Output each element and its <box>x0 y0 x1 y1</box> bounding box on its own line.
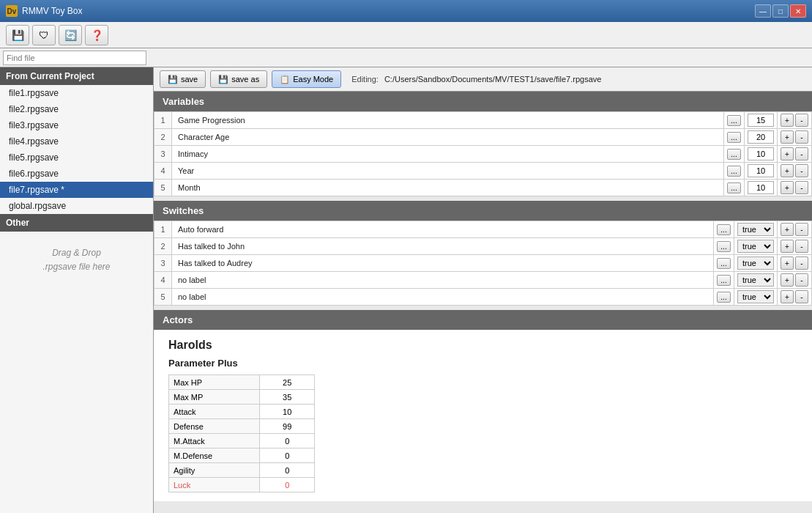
dots-button[interactable]: ... <box>727 132 740 143</box>
value-input[interactable] <box>748 181 774 194</box>
increment-button[interactable]: + <box>781 114 794 127</box>
table-row: Luck 0 <box>169 478 315 492</box>
sidebar-item-file4[interactable]: file4.rpgsave <box>0 133 153 150</box>
increment-button[interactable]: + <box>781 223 794 236</box>
row-dots-cell: ... <box>724 146 745 163</box>
param-label: Max HP <box>169 375 260 390</box>
param-label: Attack <box>169 405 260 419</box>
switches-section-header: Switches <box>154 201 812 221</box>
dots-button[interactable]: ... <box>727 115 740 126</box>
increment-button[interactable]: + <box>781 147 794 160</box>
decrement-button[interactable]: - <box>795 273 808 287</box>
switch-select[interactable]: truefalse <box>737 240 774 253</box>
switch-select[interactable]: truefalse <box>737 273 774 287</box>
sidebar-item-file1[interactable]: file1.rpgsave <box>0 85 153 101</box>
dots-button[interactable]: ... <box>717 275 730 286</box>
sidebar-item-file5[interactable]: file5.rpgsave <box>0 150 153 166</box>
dots-button[interactable]: ... <box>717 258 730 269</box>
close-button[interactable]: ✕ <box>790 4 806 18</box>
row-number: 2 <box>154 238 172 255</box>
shield-toolbar-button[interactable]: 🛡 <box>32 25 56 45</box>
decrement-button[interactable]: - <box>795 223 808 236</box>
row-label: Intimacy <box>172 146 724 163</box>
param-value: 25 <box>260 375 315 390</box>
increment-button[interactable]: + <box>781 240 794 253</box>
decrement-button[interactable]: - <box>795 256 808 270</box>
row-number: 2 <box>154 129 172 146</box>
value-input[interactable] <box>748 164 774 177</box>
minimize-button[interactable]: — <box>755 4 771 18</box>
row-number: 5 <box>154 289 172 306</box>
row-dots-cell: ... <box>714 272 734 289</box>
save-as-icon: 💾 <box>218 75 228 84</box>
row-controls-cell: + - <box>778 289 812 306</box>
titlebar: Dv RMMV Toy Box — □ ✕ <box>0 0 812 22</box>
refresh-toolbar-button[interactable]: 🔄 <box>59 25 82 45</box>
row-dots-cell: ... <box>714 255 734 272</box>
sidebar-item-file6[interactable]: file6.rpgsave <box>0 166 153 182</box>
row-controls-cell: + - <box>778 255 812 272</box>
dots-button[interactable]: ... <box>717 241 730 252</box>
save-as-button[interactable]: 💾 save as <box>210 70 267 88</box>
dots-button[interactable]: ... <box>717 292 730 303</box>
increment-button[interactable]: + <box>781 164 794 177</box>
switch-select[interactable]: truefalse <box>737 256 774 270</box>
table-row: Max HP 25 <box>169 375 315 390</box>
sidebar-item-global[interactable]: global.rpgsave <box>0 198 153 214</box>
decrement-button[interactable]: - <box>795 147 808 160</box>
save-toolbar-button[interactable]: 💾 <box>6 25 29 45</box>
sidebar-item-file7[interactable]: file7.rpgsave * <box>0 182 153 198</box>
value-input[interactable] <box>748 114 774 127</box>
sidebar-item-file2[interactable]: file2.rpgsave <box>0 101 153 117</box>
save-as-label: save as <box>231 75 259 84</box>
row-value-cell <box>745 163 778 180</box>
dots-button[interactable]: ... <box>727 166 740 177</box>
sidebar-item-file3[interactable]: file3.rpgsave <box>0 117 153 133</box>
row-dots-cell: ... <box>724 112 745 129</box>
dots-button[interactable]: ... <box>727 182 740 193</box>
param-value: 99 <box>260 419 315 434</box>
row-value-cell: truefalse <box>734 238 778 255</box>
decrement-button[interactable]: - <box>795 240 808 253</box>
easy-mode-label: Easy Mode <box>293 75 333 84</box>
table-row: Agility 0 <box>169 463 315 478</box>
value-input[interactable] <box>748 147 774 160</box>
switch-select[interactable]: truefalse <box>737 223 774 236</box>
dots-button[interactable]: ... <box>717 224 730 235</box>
increment-button[interactable]: + <box>781 130 794 144</box>
search-input[interactable] <box>3 51 146 65</box>
table-row: 2 Has talked to John ... truefalse + - <box>154 238 812 255</box>
value-input[interactable] <box>748 130 774 144</box>
row-controls-cell: + - <box>778 163 812 180</box>
param-value: 0 <box>260 449 315 463</box>
row-controls-cell: + - <box>778 146 812 163</box>
param-value: 0 <box>260 463 315 478</box>
row-number: 3 <box>154 146 172 163</box>
decrement-button[interactable]: - <box>795 181 808 194</box>
row-label: no label <box>172 289 714 306</box>
row-value-cell <box>745 129 778 146</box>
help-toolbar-button[interactable]: ❓ <box>85 25 108 45</box>
row-controls-cell: + - <box>778 221 812 238</box>
param-section-title: Parameter Plus <box>168 358 797 369</box>
increment-button[interactable]: + <box>781 256 794 270</box>
param-label: M.Defense <box>169 449 260 463</box>
easy-mode-button[interactable]: 📋 Easy Mode <box>272 70 341 88</box>
increment-button[interactable]: + <box>781 290 794 303</box>
save-button[interactable]: 💾 save <box>160 70 206 88</box>
table-row: 4 Year ... + - <box>154 163 812 180</box>
row-label: Game Progression <box>172 112 724 129</box>
drag-drop-area[interactable]: Drag & Drop.rpgsave file here <box>0 232 153 289</box>
decrement-button[interactable]: - <box>795 164 808 177</box>
increment-button[interactable]: + <box>781 273 794 287</box>
table-row: 4 no label ... truefalse + - <box>154 272 812 289</box>
switch-select[interactable]: truefalse <box>737 290 774 303</box>
param-value: 10 <box>260 405 315 419</box>
dots-button[interactable]: ... <box>727 149 740 160</box>
maximize-button[interactable]: □ <box>772 4 789 18</box>
decrement-button[interactable]: - <box>795 114 808 127</box>
decrement-button[interactable]: - <box>795 290 808 303</box>
window-controls: — □ ✕ <box>755 4 806 18</box>
increment-button[interactable]: + <box>781 181 794 194</box>
decrement-button[interactable]: - <box>795 130 808 144</box>
